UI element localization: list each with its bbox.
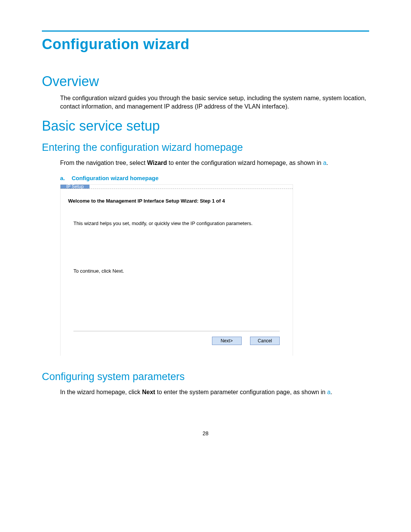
- wizard-welcome: Welcome to the Management IP Interface S…: [68, 198, 285, 204]
- configuring-heading: Configuring system parameters: [42, 371, 369, 383]
- page-number: 28: [42, 430, 369, 436]
- wizard-continue: To continue, click Next.: [73, 268, 285, 274]
- wizard-screenshot: IP Setup Welcome to the Management IP In…: [60, 184, 293, 356]
- entering-pre: From the navigation tree, select: [60, 160, 147, 166]
- configuring-link[interactable]: a: [327, 389, 331, 395]
- wizard-body: Welcome to the Management IP Interface S…: [61, 198, 293, 356]
- overview-heading: Overview: [42, 73, 369, 89]
- entering-mid: to enter the configuration wizard homepa…: [167, 160, 323, 166]
- top-rule: [42, 30, 369, 32]
- wizard-description: This wizard helps you set, modify, or qu…: [73, 220, 285, 226]
- entering-post: .: [327, 160, 328, 166]
- wizard-tabstrip: IP Setup: [61, 185, 293, 189]
- page-title: Configuration wizard: [42, 36, 369, 53]
- cancel-button[interactable]: Cancel: [250, 337, 280, 345]
- configuring-pre: In the wizard homepage, click: [60, 389, 142, 395]
- configuring-paragraph: In the wizard homepage, click Next to en…: [60, 388, 369, 396]
- wizard-footer: Next> Cancel: [73, 331, 280, 352]
- figure-label: a. Configuration wizard homepage: [60, 175, 369, 181]
- overview-text: The configuration wizard guides you thro…: [60, 94, 369, 110]
- entering-paragraph: From the navigation tree, select Wizard …: [60, 159, 369, 167]
- configuring-bold: Next: [142, 389, 155, 395]
- configuring-post: .: [331, 389, 332, 395]
- document-page: Configuration wizard Overview The config…: [0, 0, 411, 459]
- figure-letter: a.: [60, 175, 70, 181]
- entering-link[interactable]: a: [323, 160, 327, 166]
- tab-ip-setup[interactable]: IP Setup: [61, 185, 89, 189]
- configuring-mid: to enter the system parameter configurat…: [155, 389, 327, 395]
- entering-heading: Entering the configuration wizard homepa…: [42, 142, 369, 153]
- basic-heading: Basic service setup: [42, 118, 369, 134]
- figure-caption: Configuration wizard homepage: [72, 175, 158, 181]
- next-button[interactable]: Next>: [212, 337, 242, 345]
- entering-bold: Wizard: [147, 160, 167, 166]
